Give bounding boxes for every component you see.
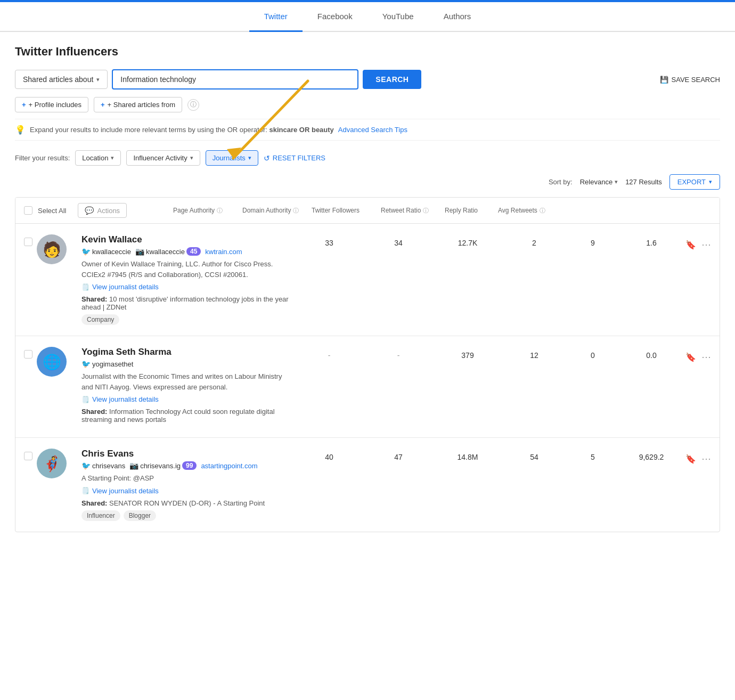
info-button[interactable]: ⓘ [187,99,199,111]
avatar-emoji-kevin: 🧑 [43,241,61,258]
instagram-handle-kevin: 📷 kwallaceccie 45 [135,247,201,256]
tab-authors[interactable]: Authors [429,2,486,32]
bookmark-icon-kevin[interactable]: 🔖 [685,240,696,250]
search-input[interactable] [112,69,358,89]
view-journalist-details-yogima[interactable]: 🗒️ View journalist details [81,395,295,403]
metric-reply-ratio-yogima: 0 [566,351,619,360]
more-options-icon-yogima[interactable]: ⋯ [701,351,711,363]
col-header-avg-retweets: Avg Retweets ⓘ [498,207,562,215]
filter-pills-row: + + Profile includes + + Shared articles… [15,97,720,112]
social-handles-yogima: 🐦 yogimasethet [81,360,295,368]
twitter-username-kevin: kwallaceccie [92,248,131,256]
chevron-down-icon-export: ▾ [709,178,712,185]
advanced-search-tips-link[interactable]: Advanced Search Tips [338,126,407,134]
info-icon-domain[interactable]: ⓘ [293,207,299,215]
col-header-retweet-ratio: Retweet Ratio ⓘ [381,207,445,215]
select-all-area: Select All 💬 Actions [24,203,173,218]
location-filter-button[interactable]: Location ▾ [75,150,121,166]
influencer-activity-filter-label: Influencer Activity [133,154,187,162]
metric-twitter-followers-kevin: 12.7K [433,239,502,247]
profile-includes-button[interactable]: + + Profile includes [15,97,88,112]
results-count: 127 Results [625,178,662,186]
metric-domain-authority-kevin: 34 [364,239,433,247]
top-nav: Twitter Facebook YouTube Authors [0,2,735,32]
col-reply-ratio-label: Reply Ratio [445,207,478,214]
view-journalist-details-kevin[interactable]: 🗒️ View journalist details [81,283,295,291]
table-row: 🦸 Chris Evans 🐦 chrisevans 📷 chrisevans.… [15,438,720,532]
col-avg-retweets-label: Avg Retweets [498,207,537,214]
search-button[interactable]: SEARCH [363,70,421,89]
info-icon-retweet[interactable]: ⓘ [423,207,429,215]
website-link-kevin[interactable]: kwtrain.com [205,248,242,256]
main-content: Twitter Influencers Shared articles abou… [0,32,735,545]
row-checkbox-2[interactable] [24,350,37,359]
view-journalist-details-chris[interactable]: 🗒️ View journalist details [81,487,295,495]
search-type-label: Shared articles about [23,75,93,84]
more-options-icon-chris[interactable]: ⋯ [701,453,711,465]
row-checkbox-1[interactable] [24,238,37,246]
metrics-yogima: - - 379 12 0 0.0 [295,347,683,360]
journalists-filter-button[interactable]: Journalists ▾ [206,150,258,166]
metric-avg-retweets-yogima: 0.0 [619,351,683,360]
influencer-name-kevin: Kevin Wallace [81,234,295,245]
influencer-info-chris: Chris Evans 🐦 chrisevans 📷 chrisevans.ig… [81,449,295,521]
chevron-down-icon-sort: ▾ [615,178,618,185]
result-filters-container: Filter your results: Location ▾ Influenc… [15,150,720,166]
table-row: 🌐 Yogima Seth Sharma 🐦 yogimasethet Jour… [15,336,720,438]
tip-row: 💡 Expand your results to include more re… [15,119,720,141]
tag-company: Company [81,314,119,325]
col-page-authority-label: Page Authority [173,207,215,214]
chevron-down-icon-journalists: ▾ [248,154,251,161]
twitter-username-yogima: yogimasethet [92,360,133,368]
bookmark-icon-chris[interactable]: 🔖 [685,454,696,464]
twitter-icon-kevin: 🐦 [81,247,91,256]
twitter-handle-kevin: 🐦 kwallaceccie [81,247,131,256]
info-icon-avgretweets[interactable]: ⓘ [540,207,545,215]
export-button[interactable]: EXPORT ▾ [669,174,720,190]
tab-youtube[interactable]: YouTube [368,2,429,32]
metrics-kevin: 33 34 12.7K 2 9 1.6 [295,234,683,247]
view-details-label-kevin: View journalist details [92,283,159,291]
reset-filters-button[interactable]: ↺ RESET FILTERS [264,154,325,162]
col-header-page-authority: Page Authority ⓘ [173,207,242,215]
table-row: 🧑 Kevin Wallace 🐦 kwallaceccie 📷 kwallac… [15,224,720,336]
tip-example: skincare OR beauty [269,126,333,134]
twitter-icon-yogima: 🐦 [81,360,91,368]
metric-reply-ratio-kevin: 9 [566,239,619,247]
influencer-activity-filter-button[interactable]: Influencer Activity ▾ [126,150,200,166]
sort-dropdown[interactable]: Relevance ▾ [580,178,618,186]
bookmark-icon-yogima[interactable]: 🔖 [685,352,696,362]
plus-icon: + [22,101,26,109]
tip-icon: 💡 [15,125,26,135]
metric-retweet-ratio-chris: 54 [502,453,566,461]
shared-article-kevin: Shared: 10 most 'disruptive' information… [81,295,295,311]
more-options-icon-kevin[interactable]: ⋯ [701,239,711,250]
twitter-icon-chris: 🐦 [81,461,91,470]
row-checkbox-3[interactable] [24,452,37,460]
chevron-down-icon-activity: ▾ [190,154,193,161]
tab-twitter[interactable]: Twitter [249,2,303,32]
instagram-icon-kevin: 📷 [135,247,144,256]
info-icon-page[interactable]: ⓘ [217,207,223,215]
select-all-checkbox[interactable] [24,206,32,215]
reset-filters-label: RESET FILTERS [273,154,325,162]
avatar-kevin: 🧑 [37,234,74,264]
twitter-handle-chris: 🐦 chrisevans [81,461,125,470]
actions-button[interactable]: 💬 Actions [78,203,127,218]
website-link-chris[interactable]: astartingpoint.com [201,462,257,470]
tags-chris: Influencer Blogger [81,510,295,521]
search-type-dropdown[interactable]: Shared articles about ▾ [15,70,108,89]
bio-yogima: Journalist with the Economic Times and w… [81,371,295,392]
metric-retweet-ratio-kevin: 2 [502,239,566,247]
shared-articles-from-button[interactable]: + + Shared articles from [94,97,182,112]
search-row: Shared articles about ▾ SEARCH 💾 SAVE SE… [15,69,720,89]
twitter-handle-yogima: 🐦 yogimasethet [81,360,133,368]
instagram-handle-chris: 📷 chrisevans.ig 99 [129,461,197,470]
details-icon-chris: 🗒️ [81,487,89,494]
export-label: EXPORT [677,178,706,186]
col-domain-authority-label: Domain Authority [242,207,291,214]
save-search-button[interactable]: 💾 SAVE SEARCH [660,76,721,84]
instagram-username-chris: chrisevans.ig [140,462,181,470]
tab-facebook[interactable]: Facebook [303,2,368,32]
shared-articles-from-label: + Shared articles from [108,101,176,109]
